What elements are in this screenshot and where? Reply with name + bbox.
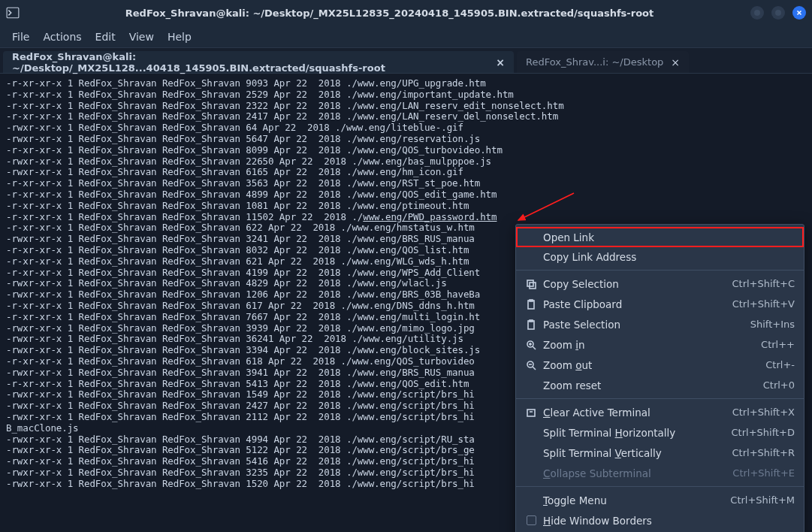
svg-rect-17: [527, 410, 535, 416]
svg-rect-5: [530, 283, 536, 289]
menu-copy-selection[interactable]: Copy Selection Ctrl+Shift+C: [516, 274, 804, 294]
copy-icon: [525, 279, 537, 289]
svg-rect-0: [7, 8, 19, 18]
menu-paste-selection[interactable]: Paste Selection Shift+Ins: [516, 314, 804, 334]
clear-icon: [525, 407, 537, 418]
menu-separator: [516, 486, 804, 487]
menu-open-link[interactable]: Open Link: [516, 227, 804, 247]
tab-label: RedFox_Shravan@kali: ~/Desktop/_MX25L128…: [12, 51, 488, 74]
terminal-line: -rwxr-xr-x 1 RedFox_Shravan RedFox_Shrav…: [6, 134, 806, 145]
menu-paste-clipboard[interactable]: Paste Clipboard Ctrl+Shift+V: [516, 294, 804, 314]
terminal-line: -rwxr-xr-x 1 RedFox_Shravan RedFox_Shrav…: [6, 167, 806, 178]
app-icon: [6, 6, 20, 20]
menu-separator: [516, 270, 804, 271]
menubar: File Actions Edit View Help: [0, 26, 812, 48]
menu-copy-link-address[interactable]: Copy Link Address: [516, 246, 804, 267]
svg-point-1: [754, 10, 760, 16]
terminal-line: -r-xr-xr-x 1 RedFox_Shravan RedFox_Shrav…: [6, 145, 806, 156]
menu-separator: [516, 398, 804, 399]
minimize-button[interactable]: [750, 6, 764, 20]
terminal-line: -rwxr-xr-x 1 RedFox_Shravan RedFox_Shrav…: [6, 122, 806, 134]
menu-zoom-out[interactable]: Zoom out Ctrl+-: [516, 355, 804, 375]
menu-split-vertical[interactable]: Split Terminal Vertically Ctrl+Shift+R: [516, 443, 804, 463]
menu-hide-window-borders[interactable]: Hide Window Borders: [516, 510, 804, 530]
terminal-line: -rwxr-xr-x 1 RedFox_Shravan RedFox_Shrav…: [6, 156, 806, 168]
tab-label: RedFox_Shrav...i: ~/Desktop: [526, 56, 663, 68]
menu-toggle-menu[interactable]: Toggle Menu Ctrl+Shift+M: [516, 490, 804, 510]
terminal-line: -r-xr-xr-x 1 RedFox_Shravan RedFox_Shrav…: [6, 111, 806, 122]
menu-split-horizontal[interactable]: Split Terminal Horizontally Ctrl+Shift+D: [516, 422, 804, 443]
terminal-line: -r-xr-xr-x 1 RedFox_Shravan RedFox_Shrav…: [6, 78, 806, 89]
svg-rect-4: [527, 280, 533, 286]
terminal-line: -r-xr-xr-x 1 RedFox_Shravan RedFox_Shrav…: [6, 178, 806, 189]
menu-zoom-reset[interactable]: Zoom reset Ctrl+0: [516, 375, 804, 395]
svg-point-2: [775, 10, 781, 16]
svg-line-15: [533, 367, 536, 370]
window-titlebar: RedFox_Shravan@kali: ~/Desktop/_MX25L128…: [0, 0, 812, 26]
paste-icon: [525, 299, 537, 310]
window-title: RedFox_Shravan@kali: ~/Desktop/_MX25L128…: [29, 8, 750, 19]
terminal-line: -r-xr-xr-x 1 RedFox_Shravan RedFox_Shrav…: [6, 101, 806, 112]
menu-edit[interactable]: Edit: [95, 31, 116, 43]
menu-help[interactable]: Help: [168, 31, 192, 43]
menu-actions[interactable]: Actions: [43, 31, 81, 43]
checkbox-icon: [525, 515, 537, 525]
menu-zoom-in[interactable]: Zoom in Ctrl++: [516, 334, 804, 355]
context-menu: Open Link Copy Link Address Copy Selecti…: [515, 224, 804, 532]
tab-active[interactable]: RedFox_Shravan@kali: ~/Desktop/_MX25L128…: [3, 51, 514, 73]
menu-collapse-subterminal[interactable]: Collapse Subterminal Ctrl+Shift+E: [516, 463, 804, 483]
zoom-in-icon: [525, 340, 537, 350]
terminal-line: -r-xr-xr-x 1 RedFox_Shravan RedFox_Shrav…: [6, 212, 806, 223]
tab-close-icon[interactable]: ×: [496, 56, 505, 68]
tab-inactive[interactable]: RedFox_Shrav...i: ~/Desktop ×: [517, 51, 689, 73]
menu-view[interactable]: View: [129, 31, 154, 43]
zoom-out-icon: [525, 360, 537, 370]
terminal-line: -r-xr-xr-x 1 RedFox_Shravan RedFox_Shrav…: [6, 189, 806, 201]
paste-icon: [525, 319, 537, 330]
close-button[interactable]: [792, 6, 806, 20]
maximize-button[interactable]: [771, 6, 785, 20]
svg-line-11: [533, 346, 536, 349]
menu-file[interactable]: File: [12, 31, 29, 43]
tab-close-icon[interactable]: ×: [671, 56, 680, 68]
terminal-line: -r-xr-xr-x 1 RedFox_Shravan RedFox_Shrav…: [6, 89, 806, 101]
menu-clear-terminal[interactable]: Clear Active Terminal Ctrl+Shift+X: [516, 402, 804, 422]
terminal-line: -r-xr-xr-x 1 RedFox_Shravan RedFox_Shrav…: [6, 201, 806, 212]
tabbar: RedFox_Shravan@kali: ~/Desktop/_MX25L128…: [0, 48, 812, 74]
